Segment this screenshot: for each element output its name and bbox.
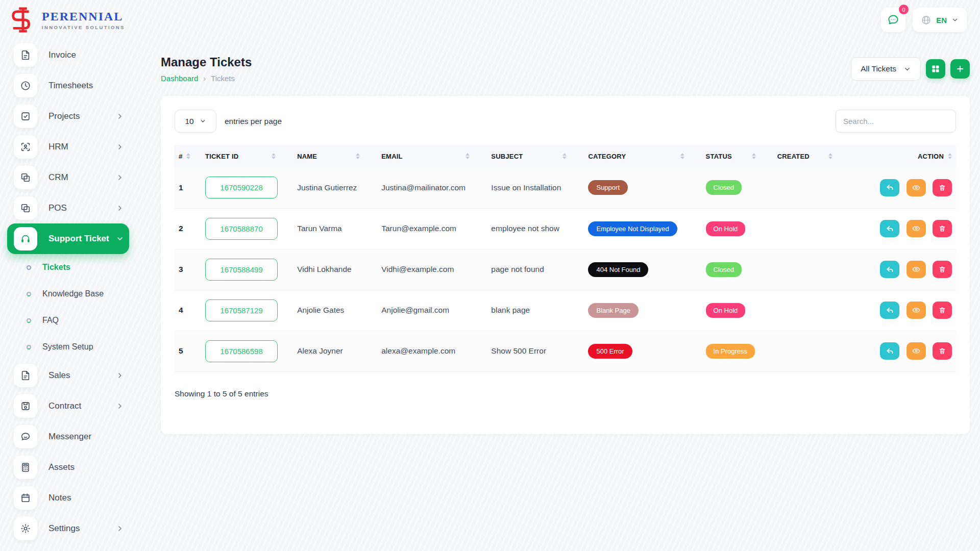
- view-button[interactable]: [906, 179, 926, 196]
- reply-button[interactable]: [880, 342, 899, 360]
- sort-icon[interactable]: [272, 153, 289, 159]
- grid-view-button[interactable]: [926, 59, 945, 79]
- sidebar-item-contract[interactable]: Contract: [7, 391, 129, 421]
- ticket-id-chip[interactable]: 1670588870: [205, 218, 278, 240]
- sort-icon[interactable]: [186, 153, 190, 159]
- name-cell: Tarun Varma: [293, 208, 377, 249]
- ticket-filter-dropdown[interactable]: All Tickets: [851, 57, 921, 81]
- category-badge: 404 Not Found: [588, 262, 648, 277]
- chevron-right-icon: [116, 173, 124, 182]
- delete-button[interactable]: [933, 220, 952, 237]
- trash-icon: [938, 306, 946, 314]
- view-button[interactable]: [906, 220, 926, 237]
- table-row: 2 1670588870 Tarun Varma Tarun@example.c…: [175, 208, 956, 249]
- sidebar-subitem-system-setup[interactable]: System Setup: [7, 334, 129, 360]
- sidebar-item-sales[interactable]: Sales: [7, 360, 129, 391]
- delete-button[interactable]: [933, 261, 952, 278]
- view-button[interactable]: [906, 302, 926, 319]
- status-badge: Closed: [706, 180, 742, 195]
- sidebar-item-pos[interactable]: POS: [7, 193, 129, 223]
- sidebar-subitem-knowledge-base[interactable]: Knowledge Base: [7, 281, 129, 307]
- calculator-icon: [14, 456, 37, 479]
- reply-icon: [886, 347, 894, 356]
- sidebar-subitem-faq[interactable]: FAQ: [7, 307, 129, 334]
- view-button[interactable]: [906, 261, 926, 278]
- sidebar: Invoice Timesheets Projects: [0, 40, 135, 551]
- sidebar-item-projects[interactable]: Projects: [7, 101, 129, 132]
- sidebar-item-assets[interactable]: Assets: [7, 452, 129, 483]
- subject-cell: blank page: [487, 290, 584, 331]
- chat-button[interactable]: 0: [881, 8, 905, 32]
- chevron-right-icon: [116, 402, 124, 410]
- sort-icon[interactable]: [680, 153, 698, 159]
- sidebar-subitem-tickets[interactable]: Tickets: [7, 254, 129, 281]
- table-row: 5 1670586598 Alexa Joyner alexa@example.…: [175, 331, 956, 371]
- sidebar-item-settings[interactable]: Settings: [7, 513, 129, 544]
- status-badge: On Hold: [706, 221, 746, 236]
- name-cell: Justina Gutierrez: [293, 167, 377, 208]
- trash-icon: [938, 184, 946, 192]
- email-cell: Justina@mailinator.com: [377, 167, 487, 208]
- subject-cell: employee not show: [487, 208, 584, 249]
- chevron-right-icon: [116, 112, 124, 120]
- ticket-id-chip[interactable]: 1670586598: [205, 340, 278, 362]
- delete-button[interactable]: [933, 342, 952, 360]
- sidebar-item-timesheets[interactable]: Timesheets: [7, 70, 129, 101]
- search-input[interactable]: [836, 110, 956, 133]
- name-cell: Anjolie Gates: [293, 290, 377, 331]
- sidebar-item-support-ticket[interactable]: Support Ticket: [7, 223, 129, 254]
- bullet-icon: [27, 345, 31, 349]
- sidebar-item-notes[interactable]: Notes: [7, 483, 129, 513]
- chevron-down-icon: [903, 65, 911, 73]
- delete-button[interactable]: [933, 179, 952, 196]
- sidebar-item-messenger[interactable]: Messenger: [7, 421, 129, 452]
- eye-icon: [912, 346, 921, 356]
- sort-icon[interactable]: [562, 153, 580, 159]
- row-number: 3: [175, 249, 201, 290]
- breadcrumb-dashboard-link[interactable]: Dashboard: [161, 74, 198, 83]
- reply-button[interactable]: [880, 261, 899, 278]
- sort-icon[interactable]: [948, 153, 952, 159]
- row-number: 4: [175, 290, 201, 331]
- sort-icon[interactable]: [752, 153, 769, 159]
- brand-logo[interactable]: PERENNIAL INNOVATIVE SOLUTIONS: [9, 6, 125, 34]
- category-badge: Support: [588, 180, 628, 195]
- view-button[interactable]: [906, 342, 926, 360]
- document-icon: [14, 364, 37, 387]
- reply-button[interactable]: [880, 179, 899, 196]
- sidebar-item-invoice[interactable]: Invoice: [7, 40, 129, 70]
- sidebar-item-hrm[interactable]: HRM: [7, 132, 129, 162]
- reply-button[interactable]: [880, 220, 899, 237]
- grid-icon: [931, 64, 940, 73]
- save-icon: [14, 394, 37, 418]
- top-header: PERENNIAL INNOVATIVE SOLUTIONS 0 EN: [0, 0, 980, 40]
- reply-button[interactable]: [880, 302, 899, 319]
- brand-name: PERENNIAL: [42, 10, 125, 23]
- add-ticket-button[interactable]: [950, 59, 970, 79]
- eye-icon: [912, 306, 921, 315]
- ticket-id-chip[interactable]: 1670587129: [205, 299, 278, 321]
- ticket-id-chip[interactable]: 1670588499: [205, 259, 278, 281]
- eye-icon: [912, 265, 921, 274]
- sort-icon[interactable]: [465, 153, 483, 159]
- language-selector[interactable]: EN: [913, 8, 967, 32]
- sort-icon[interactable]: [356, 153, 373, 159]
- sort-icon[interactable]: [828, 153, 846, 159]
- table-header-row: # TICKET ID NAME EMAIL SUBJECT CATEGORY …: [175, 145, 956, 167]
- user-scan-icon: [14, 135, 37, 159]
- email-cell: alexa@example.com: [377, 331, 487, 371]
- name-cell: Alexa Joyner: [293, 331, 377, 371]
- gear-icon: [14, 517, 37, 540]
- sidebar-item-crm[interactable]: CRM: [7, 162, 129, 193]
- entries-per-page-select[interactable]: 10: [175, 110, 216, 133]
- chevron-right-icon: [116, 524, 124, 533]
- table-row: 3 1670588499 Vidhi Lokhande Vidhi@exampl…: [175, 249, 956, 290]
- check-square-icon: [14, 105, 37, 128]
- ticket-id-chip[interactable]: 1670590228: [205, 177, 278, 198]
- bullet-icon: [27, 292, 31, 296]
- status-badge: In Progress: [706, 344, 755, 359]
- eye-icon: [912, 224, 921, 233]
- eye-icon: [912, 183, 921, 192]
- delete-button[interactable]: [933, 302, 952, 319]
- subject-cell: page not found: [487, 249, 584, 290]
